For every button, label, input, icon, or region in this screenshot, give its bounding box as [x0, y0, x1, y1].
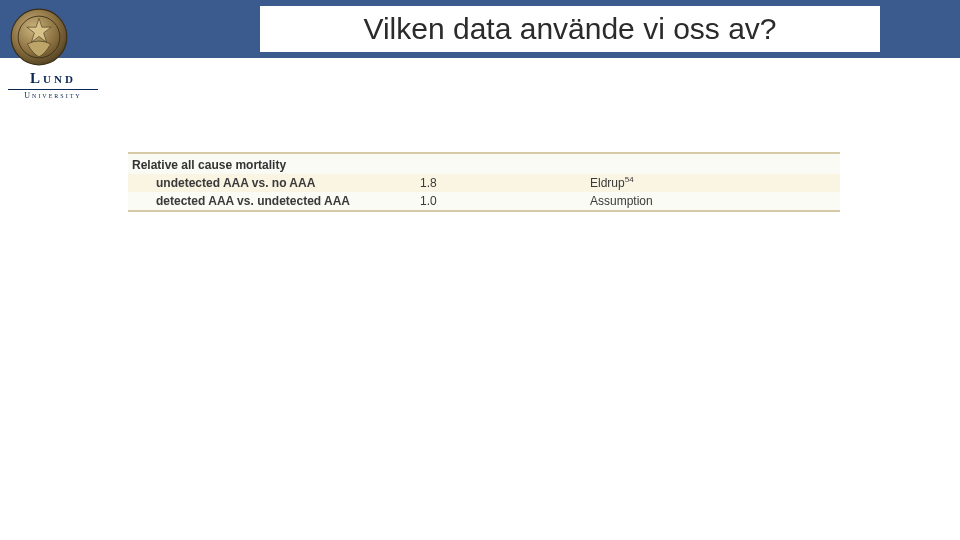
logo-name: Lund: [8, 70, 98, 87]
table-heading: Relative all cause mortality: [128, 154, 840, 174]
row-label: detected AAA vs. undetected AAA: [128, 194, 418, 208]
row-source: Assumption: [588, 194, 840, 208]
lund-university-wordmark: Lund University: [8, 70, 98, 100]
slide: Vilken data använde vi oss av? Lund Univ…: [0, 0, 960, 540]
row-value: 1.8: [418, 176, 588, 190]
lund-university-seal-icon: [10, 8, 68, 66]
row-value: 1.0: [418, 194, 588, 208]
page-title: Vilken data använde vi oss av?: [260, 6, 880, 52]
table-row: detected AAA vs. undetected AAA 1.0 Assu…: [128, 192, 840, 210]
logo-subline: University: [8, 89, 98, 100]
table-row: undetected AAA vs. no AAA 1.8 Eldrup54: [128, 174, 840, 192]
row-source: Eldrup54: [588, 176, 840, 190]
mortality-table: Relative all cause mortality undetected …: [128, 152, 840, 212]
row-label: undetected AAA vs. no AAA: [128, 176, 418, 190]
